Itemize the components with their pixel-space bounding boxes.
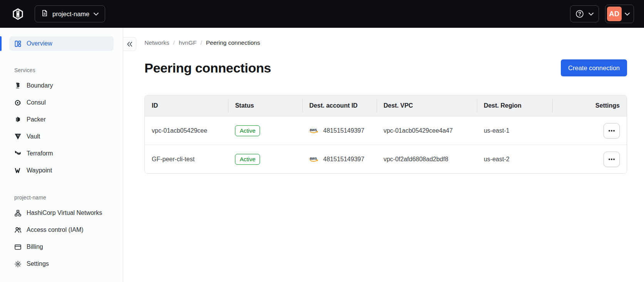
- sidebar-item-access-control-iam[interactable]: Access control (IAM): [9, 221, 114, 238]
- document-icon: [41, 10, 48, 18]
- cell-dest-vpc: vpc-01acb05429cee4a47: [377, 127, 477, 134]
- dest-account-id-value: 481515149397: [323, 127, 364, 134]
- sidebar-item-label: Packer: [27, 116, 46, 123]
- vault-icon: [14, 133, 21, 140]
- sidebar-item-label: Billing: [27, 243, 43, 250]
- hashicorp-logo[interactable]: [10, 6, 25, 22]
- cell-id: GF-peer-cli-test: [145, 156, 228, 163]
- chevron-down-icon: [94, 12, 99, 16]
- main-content: Networks / hvnGF / Peering connections P…: [123, 28, 644, 282]
- terraform-icon: [14, 150, 21, 157]
- sidebar-project-list: HashiCorp Virtual Networks Access contro…: [9, 204, 114, 272]
- packer-icon: [14, 117, 21, 123]
- svg-text:aws: aws: [310, 128, 317, 132]
- dest-account-id-value: 481515149397: [323, 156, 364, 163]
- row-settings-menu-button[interactable]: [604, 152, 620, 167]
- header-status: Status: [228, 95, 302, 116]
- svg-text:aws: aws: [310, 156, 317, 160]
- project-switcher-label: project-name: [52, 10, 89, 18]
- cell-settings: [552, 152, 627, 167]
- users-icon: [14, 227, 21, 233]
- table-header-row: ID Status Dest. account ID Dest. VPC Des…: [145, 95, 627, 116]
- cell-dest-vpc: vpc-0f2afd6808ad2bdf8: [377, 156, 477, 163]
- create-connection-button[interactable]: Create connection: [561, 59, 627, 76]
- sidebar-item-label: Vault: [27, 133, 40, 140]
- breadcrumb-current: Peering connections: [206, 39, 260, 46]
- cell-dest-account-id: aws 481515149397: [302, 156, 377, 163]
- sidebar-item-vault[interactable]: Vault: [9, 128, 114, 145]
- sidebar-item-boundary[interactable]: Boundary: [9, 77, 114, 94]
- cell-id: vpc-01acb05429cee: [145, 127, 228, 134]
- chevron-down-icon: [589, 12, 594, 16]
- aws-icon: aws: [309, 127, 319, 134]
- sidebar-item-label: Access control (IAM): [27, 226, 84, 233]
- help-icon: [575, 10, 584, 18]
- status-badge: Active: [235, 154, 260, 165]
- chevron-down-icon: [625, 12, 630, 16]
- sidebar-item-label: Waypoint: [27, 167, 52, 174]
- sidebar-section-project: project-name: [9, 194, 114, 201]
- network-icon: [14, 210, 21, 216]
- boundary-icon: [14, 83, 21, 89]
- cell-dest-account-id: aws 481515149397: [302, 127, 377, 134]
- status-badge: Active: [235, 125, 260, 136]
- row-settings-menu-button[interactable]: [604, 123, 620, 138]
- top-navbar: project-name AD: [0, 0, 644, 28]
- collapse-sidebar-button[interactable]: [123, 37, 136, 51]
- active-item-accent-bar: [0, 36, 2, 51]
- navbar-right-group: AD: [570, 5, 634, 23]
- sidebar-item-label: Terraform: [27, 150, 53, 157]
- sidebar-item-hashicorp-virtual-networks[interactable]: HashiCorp Virtual Networks: [9, 204, 114, 221]
- header-dest-account-id: Dest. account ID: [302, 95, 377, 116]
- page-title: Peering connections: [144, 61, 271, 76]
- overview-icon: [14, 41, 21, 47]
- sidebar-section-services: Services: [9, 67, 114, 73]
- table-row: GF-peer-cli-test Active aws 481515149397…: [145, 145, 627, 173]
- page-header: Peering connections Create connection: [144, 59, 627, 76]
- cell-settings: [552, 123, 627, 138]
- sidebar-item-terraform[interactable]: Terraform: [9, 145, 114, 162]
- sidebar-item-overview[interactable]: Overview: [9, 36, 114, 51]
- header-dest-vpc: Dest. VPC: [377, 95, 477, 116]
- waypoint-icon: [14, 168, 21, 173]
- breadcrumb: Networks / hvnGF / Peering connections: [144, 39, 627, 46]
- kebab-icon: [608, 158, 615, 160]
- sidebar-item-billing[interactable]: Billing: [9, 238, 114, 255]
- cell-dest-region: us-east-2: [477, 156, 552, 163]
- cell-status: Active: [228, 125, 302, 136]
- cell-status: Active: [228, 154, 302, 165]
- header-dest-region: Dest. Region: [477, 95, 552, 116]
- sidebar-item-label: Consul: [27, 99, 46, 106]
- billing-icon: [14, 244, 21, 250]
- sidebar-item-label: Overview: [27, 40, 52, 47]
- navbar-left-group: project-name: [10, 5, 105, 22]
- sidebar-item-label: HashiCorp Virtual Networks: [27, 209, 102, 216]
- table-row: vpc-01acb05429cee Active aws 48151514939…: [145, 116, 627, 145]
- sidebar-item-label: Boundary: [27, 82, 53, 89]
- help-menu-button[interactable]: [570, 5, 599, 22]
- sidebar-item-packer[interactable]: Packer: [9, 111, 114, 128]
- sidebar-item-waypoint[interactable]: Waypoint: [9, 162, 114, 179]
- breadcrumb-separator: /: [200, 39, 202, 46]
- header-id: ID: [145, 95, 228, 116]
- peering-connections-table: ID Status Dest. account ID Dest. VPC Des…: [144, 95, 627, 174]
- kebab-icon: [608, 130, 615, 132]
- sidebar-item-consul[interactable]: Consul: [9, 94, 114, 111]
- breadcrumb-hvn[interactable]: hvnGF: [179, 39, 197, 46]
- breadcrumb-separator: /: [173, 39, 175, 46]
- breadcrumb-networks[interactable]: Networks: [144, 39, 169, 46]
- sidebar-item-label: Settings: [27, 260, 49, 267]
- account-menu-button[interactable]: AD: [605, 5, 634, 23]
- sidebar-item-settings[interactable]: Settings: [9, 255, 114, 272]
- header-settings: Settings: [552, 95, 627, 116]
- sidebar: Overview Services Boundary: [0, 28, 123, 282]
- app-frame: Overview Services Boundary: [0, 28, 644, 282]
- aws-icon: aws: [309, 156, 319, 162]
- project-switcher-button[interactable]: project-name: [35, 5, 105, 22]
- sidebar-services-list: Boundary Consul: [9, 77, 114, 179]
- collapse-sidebar-icon: [127, 42, 132, 47]
- consul-icon: [14, 100, 21, 106]
- settings-icon: [14, 261, 21, 267]
- cell-dest-region: us-east-1: [477, 127, 552, 134]
- hashicorp-logo-icon: [12, 8, 24, 20]
